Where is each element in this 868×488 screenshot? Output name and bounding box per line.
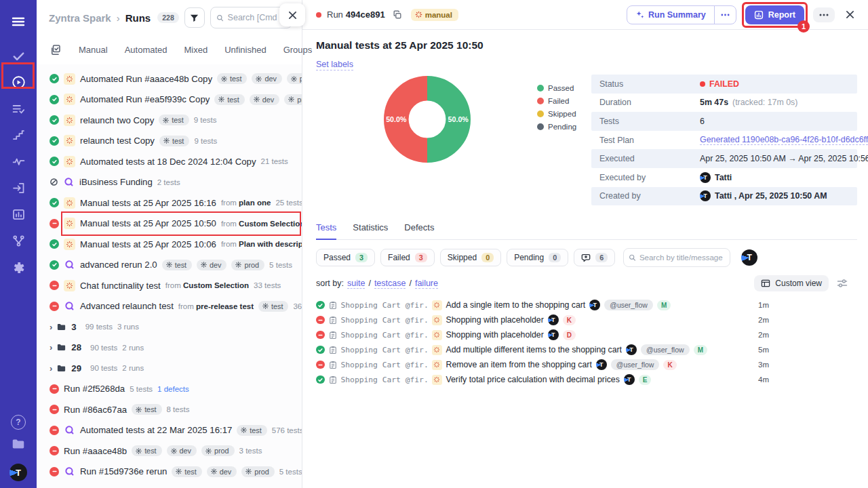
- sidebar-item-settings[interactable]: [0, 254, 37, 281]
- comments-filter-chip[interactable]: 6: [574, 249, 615, 266]
- test-row[interactable]: Shopping Cart @fir...Shopping with place…: [316, 327, 857, 342]
- chevron-right-icon[interactable]: ›: [50, 363, 52, 373]
- breadcrumb-section: Runs: [125, 12, 151, 24]
- funnel-icon: [189, 13, 199, 23]
- test-tag: @user_flow: [604, 300, 653, 310]
- filter-button[interactable]: [184, 7, 205, 28]
- sort-by-label: sort by:: [316, 279, 344, 288]
- sidebar-item-reports[interactable]: [0, 201, 37, 228]
- test-search[interactable]: [623, 248, 730, 267]
- run-row[interactable]: Run #aaace48btestdevprod3 tests: [37, 441, 302, 462]
- folder-icon[interactable]: [0, 434, 37, 454]
- sidebar-item-runs[interactable]: [0, 69, 37, 96]
- run-group-row[interactable]: ›2890 tests2 runs: [37, 338, 302, 359]
- ai-sparkle-icon: [635, 10, 644, 19]
- runs-tab-mixed[interactable]: Mixed: [184, 45, 208, 55]
- runs-tab-automated[interactable]: Automated: [125, 45, 167, 55]
- run-tests-count: 576 tests: [272, 426, 302, 434]
- sidebar-item-integrations[interactable]: [0, 228, 37, 254]
- test-row[interactable]: Shopping Cart @fir...Remove an item from…: [316, 357, 857, 372]
- comments-count: 6: [595, 253, 608, 262]
- detail-tab-statistics[interactable]: Statistics: [353, 222, 388, 239]
- run-row[interactable]: relaunch two Copytest9 tests: [37, 110, 302, 131]
- manual-run-icon: [432, 360, 442, 370]
- run-row[interactable]: Run #2f5268da5 tests1 defects: [37, 379, 302, 400]
- run-row[interactable]: Manual tests at 25 Apr 2025 10:50from Cu…: [37, 214, 302, 235]
- copy-run-id-button[interactable]: [393, 10, 402, 20]
- test-plan-link[interactable]: Generated 1190e08b-ca96-4f26-b10f-d6dc6f…: [700, 135, 868, 145]
- failed-status-icon: [316, 331, 325, 340]
- sort-link-testcase[interactable]: testcase: [374, 279, 406, 289]
- report-button[interactable]: Report: [745, 5, 804, 24]
- run-group-row[interactable]: ›399 tests3 runs: [37, 317, 302, 338]
- run-row[interactable]: Advanced relaunch testfrom pre-release t…: [37, 296, 302, 317]
- run-row[interactable]: Automated Run #ea5f939c Copytestdevprod: [37, 89, 302, 110]
- runs-tab-groups[interactable]: Groups: [283, 45, 313, 55]
- results-donut-chart: 50.0% 50.0%: [384, 75, 471, 216]
- detail-row-status: StatusFAILED: [591, 75, 857, 94]
- annotation-box-report: Report 1: [742, 2, 808, 28]
- chevron-right-icon[interactable]: ›: [50, 322, 52, 332]
- run-group-row[interactable]: ›2990 tests2 runs: [37, 358, 302, 379]
- run-tests-count: 25 tests: [275, 199, 302, 207]
- custom-view-button[interactable]: Custom view: [754, 275, 829, 291]
- help-icon[interactable]: ?: [11, 415, 26, 430]
- run-row[interactable]: Run #15d9736e reruntestdevprod5 tests: [37, 462, 302, 483]
- test-suite: Shopping Cart @fir...: [341, 316, 428, 325]
- run-row[interactable]: advanced rerun 2.0testdevprod5 tests: [37, 255, 302, 276]
- runs-tab-manual[interactable]: Manual: [79, 45, 108, 55]
- sidebar-item-shared-steps[interactable]: [0, 96, 37, 122]
- group-runs-count: 2 runs: [122, 344, 144, 352]
- run-row[interactable]: relaunch test Copytest9 tests: [37, 131, 302, 152]
- assignee-avatar[interactable]: T: [741, 249, 757, 266]
- filter-chip-failed[interactable]: Failed3: [380, 249, 435, 266]
- sort-link-suite[interactable]: suite: [347, 279, 365, 289]
- run-row[interactable]: iBusiness Funding2 tests: [37, 172, 302, 193]
- user-avatar[interactable]: T: [9, 464, 27, 481]
- test-row[interactable]: Shopping Cart @fir...Verify total price …: [316, 372, 857, 387]
- run-plan-name: pre-release test: [196, 302, 254, 310]
- run-row[interactable]: Automated tests at 22 Mar 2025 16:17test…: [37, 420, 302, 441]
- filter-chip-passed[interactable]: Passed3: [316, 249, 375, 266]
- menu-icon[interactable]: [0, 8, 37, 35]
- automated-run-icon: [64, 259, 75, 270]
- select-runs-icon[interactable]: [49, 43, 62, 56]
- test-row[interactable]: Shopping Cart @fir...Add a single item t…: [316, 298, 857, 312]
- run-row[interactable]: Automated tests at 18 Dec 2024 12:04 Cop…: [37, 151, 302, 172]
- more-actions-button[interactable]: [813, 7, 835, 22]
- test-row[interactable]: Shopping Cart @fir...Shopping with place…: [316, 312, 857, 327]
- run-row[interactable]: Manual tests at 25 Apr 2025 16:16from pl…: [37, 192, 302, 214]
- run-plan-name: plan one: [239, 199, 271, 207]
- run-summary-button[interactable]: Run Summary: [627, 5, 736, 24]
- run-row[interactable]: Automated Run #aaace48b Copytestdevprod: [37, 68, 302, 89]
- run-defects-link[interactable]: 1 defects: [157, 385, 189, 393]
- run-from-label: from Custom Selection: [221, 220, 302, 228]
- assignee-initial-badge: K: [663, 360, 676, 370]
- sliders-icon[interactable]: [837, 279, 848, 288]
- chevron-right-icon[interactable]: ›: [50, 342, 52, 352]
- filter-chip-skipped[interactable]: Skipped0: [440, 249, 501, 266]
- sidebar-item-testcases[interactable]: [0, 43, 37, 69]
- runs-search-input[interactable]: [228, 13, 286, 22]
- run-row[interactable]: Chat functinality testfrom Custom Select…: [37, 275, 302, 296]
- sidebar-item-activity[interactable]: [0, 148, 37, 175]
- runs-tab-unfinished[interactable]: Unfinished: [224, 45, 266, 55]
- passed-status-icon: [316, 346, 325, 354]
- filter-chip-pending[interactable]: Pending0: [507, 249, 568, 266]
- test-search-input[interactable]: [639, 253, 725, 262]
- run-summary-more-button[interactable]: [714, 6, 736, 24]
- detail-tab-tests[interactable]: Tests: [316, 222, 336, 240]
- report-chart-icon: [754, 10, 764, 20]
- sort-link-failure[interactable]: failure: [415, 279, 438, 289]
- detail-tab-defects[interactable]: Defects: [404, 222, 434, 239]
- sidebar-item-milestones[interactable]: [0, 122, 37, 148]
- set-labels-link[interactable]: Set labels: [316, 60, 353, 70]
- run-title: Manual tests at 25 Apr 2025 10:50: [316, 39, 857, 52]
- close-detail-button[interactable]: [843, 7, 857, 22]
- panel-close-button[interactable]: [279, 3, 305, 26]
- run-row[interactable]: Run #86ac67aatest8 tests: [37, 399, 302, 420]
- breadcrumb-project[interactable]: Zyntra Spark: [49, 12, 111, 24]
- test-row[interactable]: Shopping Cart @fir...Add multiple differ…: [316, 342, 857, 357]
- run-row[interactable]: Manual tests at 25 Apr 2025 10:06from Pl…: [37, 234, 302, 255]
- sidebar-item-imports[interactable]: [0, 175, 37, 201]
